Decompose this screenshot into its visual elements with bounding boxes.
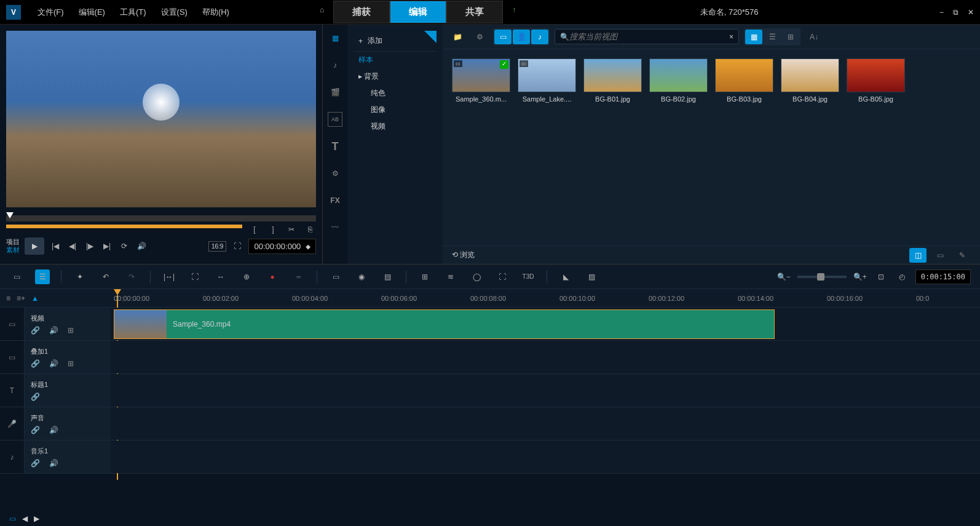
import-folder-icon[interactable]: 📁 [449,30,466,44]
view-grid-icon[interactable]: ⊞ [782,30,799,44]
track-title-icon[interactable]: T [0,374,25,407]
snap-icon[interactable]: ⊕ [239,269,254,284]
fit-width-icon[interactable]: |↔| [162,269,176,284]
library-item[interactable]: BG-B03.jpg [715,58,773,103]
tab-capture[interactable]: 捕获 [333,1,390,23]
browse-button[interactable]: ⟲ 浏览 [452,250,475,260]
library-item[interactable]: ▭Sample_360.m... [452,58,510,103]
split-h-icon[interactable]: ↔ [213,269,228,284]
mute-icon[interactable]: 🔊 [49,359,58,368]
track-music-icon[interactable]: ♪ [0,440,25,473]
track-voice-icon[interactable]: 🎤 [0,407,25,440]
link-icon[interactable]: 🔗 [31,426,40,434]
tab-share[interactable]: 共享 [446,1,503,23]
project-duration[interactable]: 0:00:15:00 [915,269,971,284]
library-item[interactable]: BG-B05.jpg [847,58,905,103]
tree-solid[interactable]: 纯色 [366,85,437,102]
filter-audio-icon[interactable]: ♪ [531,30,548,44]
scroll-right-icon[interactable]: ▶ [34,514,39,523]
crop-icon[interactable]: ⛶ [495,269,510,284]
panel-edit-icon[interactable]: ✎ [954,248,971,263]
link-icon[interactable]: 🔗 [31,359,40,368]
link-icon[interactable]: 🔗 [31,459,40,468]
track-add-icon[interactable]: ≡+ [17,294,25,303]
tree-sample[interactable]: 样本 [354,52,437,68]
chapter-icon[interactable]: ▭ [328,269,343,284]
title-tab-icon[interactable]: T [328,139,342,154]
storyboard-icon[interactable]: ▭ [9,269,24,284]
prev-frame-icon[interactable]: ◀| [66,242,79,250]
filter-photo-icon[interactable]: 👤 [513,30,530,44]
scrub-bar[interactable] [6,215,316,221]
volume-icon[interactable]: 🔊 [135,242,148,250]
path-tab-icon[interactable]: 〰 [328,220,342,235]
clear-search-icon[interactable]: × [729,33,733,41]
minimize-icon[interactable]: − [939,8,944,17]
zoom-out-icon[interactable]: 🔍− [776,269,791,284]
aspect-ratio[interactable]: 16:9 [208,241,226,252]
expand-icon[interactable]: ⛶ [231,242,243,250]
tree-background[interactable]: ▸ 背景 [354,68,437,85]
cut-icon[interactable]: ✂ [285,225,298,234]
settings-gear-icon[interactable]: ⚙ [471,30,488,44]
track-video-icon[interactable]: ▭ [0,308,25,340]
audio-wave-icon[interactable]: ⎓ [291,269,306,284]
preview-video[interactable] [6,31,316,207]
tracking-icon[interactable]: ◯ [469,269,484,284]
fx-toggle-icon[interactable]: ✦ [73,269,87,284]
close-icon[interactable]: ✕ [968,8,974,17]
link-icon[interactable]: 🔗 [31,326,40,335]
sort-icon[interactable]: A↓ [805,30,823,44]
overlay-icon[interactable]: ◉ [354,269,369,284]
maximize-icon[interactable]: ⧉ [953,8,958,17]
multiview-icon[interactable]: ⊞ [417,269,432,284]
upload-icon[interactable]: ↑ [503,1,525,23]
fit-screen-icon[interactable]: ⛶ [188,269,202,284]
mark-in-icon[interactable]: [ [248,225,261,234]
undo-icon[interactable]: ↶ [98,269,113,284]
mute-icon[interactable]: 🔊 [49,459,58,468]
menu-tools[interactable]: 工具(T) [113,7,154,18]
library-item[interactable]: ▭Sample_Lake.... [518,58,576,103]
trim-bar[interactable] [6,225,242,228]
timeline-ruler[interactable]: 00:00:00:0000:00:02:0000:00:04:0000:00:0… [111,289,980,307]
mark-out-icon[interactable]: ] [267,225,279,234]
grid-icon[interactable]: ⊞ [68,359,74,368]
audio-tab-icon[interactable]: ♪ [328,58,342,73]
zoom-slider[interactable] [797,276,847,278]
3d-title-icon[interactable]: T3D [521,269,535,284]
fit-project-icon[interactable]: ⊡ [874,269,888,284]
search-box[interactable]: 🔍 × [555,29,739,44]
redo-icon[interactable]: ↷ [124,269,139,284]
fx-tab-icon[interactable]: FX [328,193,342,208]
scroll-toggle-icon[interactable]: ▭ [9,514,16,523]
track-overlay-icon[interactable]: ▭ [0,341,25,373]
track-manager-icon[interactable]: ≡ [6,294,10,303]
play-button[interactable]: ▶ [25,237,44,255]
search-input[interactable] [569,32,729,41]
home-icon[interactable]: ⌂ [310,1,333,23]
transition-tab-icon[interactable]: AB [328,112,342,127]
first-frame-icon[interactable]: |◀ [49,242,61,250]
graphic-tab-icon[interactable]: ⚙ [328,166,342,181]
adjust-icon[interactable]: ▨ [584,269,599,284]
view-thumb-icon[interactable]: ▦ [745,30,762,44]
menu-edit[interactable]: 编辑(E) [71,7,113,18]
mute-icon[interactable]: 🔊 [49,426,58,434]
pin-icon[interactable] [424,31,437,43]
menu-help[interactable]: 帮助(H) [195,7,237,18]
library-item[interactable]: BG-B01.jpg [583,58,642,103]
panel-toggle-2-icon[interactable]: ▭ [931,248,949,263]
tab-edit[interactable]: 编辑 [390,1,446,23]
add-media-button[interactable]: +添加 [354,31,437,52]
mute-icon[interactable]: 🔊 [49,326,58,335]
link-icon[interactable]: 🔗 [31,393,40,401]
zoom-in-icon[interactable]: 🔍+ [853,269,867,284]
next-frame-icon[interactable]: |▶ [84,242,96,250]
grid-icon[interactable]: ⊞ [68,326,74,335]
timeline-icon[interactable]: ☰ [35,269,50,284]
tree-video[interactable]: 视频 [366,118,437,135]
timecode[interactable]: 00:00:00:000 ◆ [248,239,316,254]
tree-image[interactable]: 图像 [366,102,437,118]
panel-toggle-1-icon[interactable]: ◫ [909,248,927,263]
